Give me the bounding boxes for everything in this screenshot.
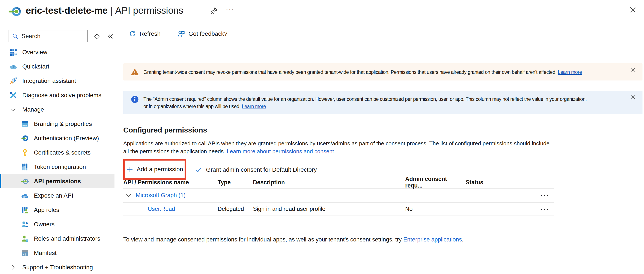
sidebar-item-integration-assistant[interactable]: Integration assistant — [0, 74, 120, 88]
sidebar-group-support-troubleshooting[interactable]: Support + Troubleshooting — [0, 260, 120, 274]
info-close-icon[interactable] — [629, 93, 637, 101]
main-content: Refresh Got feedback? Granting tenant-wi… — [123, 24, 644, 274]
description-cell: Sign in and read user profile — [253, 206, 405, 212]
more-menu-icon[interactable]: ··· — [224, 4, 236, 14]
checkmark-icon — [195, 166, 202, 173]
enterprise-applications-link[interactable]: Enterprise applications — [403, 236, 462, 243]
table-header-row: API / Permissions name Type Description … — [123, 176, 554, 189]
add-permission-button[interactable]: Add a permission — [126, 166, 183, 173]
sidebar-item-api-permissions[interactable]: API permissions — [0, 174, 114, 188]
tools-icon — [10, 91, 17, 99]
sidebar-nav: Overview Quickstart Integration assi — [0, 45, 120, 274]
sidebar-item-label: Integration assistant — [22, 78, 76, 84]
chevron-down-icon[interactable] — [126, 192, 132, 199]
warning-icon — [130, 68, 139, 76]
page-title: eric-test-delete-me|API permissions — [26, 5, 183, 16]
plus-icon — [126, 166, 133, 173]
authentication-icon — [21, 135, 29, 142]
sidebar-item-expose-an-api[interactable]: Expose an API — [0, 188, 120, 203]
sidebar-item-label: Roles and administrators — [34, 235, 100, 242]
footer-text-after: . — [462, 236, 464, 243]
permissions-description: Applications are authorized to call APIs… — [123, 139, 550, 155]
info-learn-more-link[interactable]: Learn more — [242, 104, 266, 109]
sidebar-group-manage[interactable]: Manage — [0, 102, 120, 117]
warning-message: Granting tenant-wide consent may revoke … — [144, 69, 556, 75]
sidebar-item-branding-properties[interactable]: www Branding & properties — [0, 117, 120, 131]
sidebar-item-label: Owners — [34, 221, 54, 228]
sidebar-item-label: Diagnose and solve problems — [22, 92, 102, 99]
grant-admin-consent-button[interactable]: Grant admin consent for Default Director… — [195, 163, 317, 176]
feedback-button[interactable]: Got feedback? — [177, 30, 228, 38]
feedback-icon — [177, 30, 185, 38]
sidebar-item-label: Expose an API — [34, 192, 73, 199]
sidebar-item-overview[interactable]: Overview — [0, 45, 120, 59]
sidebar-item-diagnose[interactable]: Diagnose and solve problems — [0, 88, 120, 102]
overview-icon — [10, 48, 17, 56]
sidebar: Search Overview — [0, 24, 120, 274]
more-menu-dots: ··· — [226, 5, 234, 13]
permissions-consent-link[interactable]: Learn more about permissions and consent — [227, 148, 334, 154]
sidebar-item-certificates-secrets[interactable]: Certificates & secrets — [0, 145, 120, 160]
svg-text:{}: {} — [23, 253, 26, 256]
microsoft-graph-link[interactable]: Microsoft Graph (1) — [136, 192, 186, 199]
warning-learn-more-link[interactable]: Learn more — [558, 69, 582, 75]
type-cell: Delegated — [218, 206, 253, 212]
status-cell: ··· — [466, 207, 554, 211]
chevron-down-icon — [10, 106, 16, 113]
sidebar-item-token-configuration[interactable]: Token configuration — [0, 160, 120, 174]
permission-name-cell: User.Read — [123, 206, 218, 212]
warning-close-icon[interactable] — [629, 66, 637, 74]
owners-icon — [21, 221, 29, 228]
sidebar-item-label: Branding & properties — [34, 121, 92, 127]
column-header-type: Type — [218, 179, 253, 186]
app-roles-icon — [21, 206, 29, 214]
manifest-icon: {} — [21, 249, 29, 257]
reorder-icon[interactable] — [92, 32, 101, 40]
rocket-icon — [10, 77, 17, 85]
refresh-button[interactable]: Refresh — [129, 30, 160, 37]
sidebar-item-manifest[interactable]: {} Manifest — [0, 246, 120, 260]
sidebar-item-label: Overview — [22, 49, 48, 56]
chevron-right-icon — [10, 264, 16, 271]
search-input[interactable]: Search — [8, 30, 88, 42]
sidebar-item-roles-administrators[interactable]: Roles and administrators — [0, 231, 120, 246]
close-icon[interactable] — [628, 5, 638, 15]
description-line1: Applications are authorized to call APIs… — [123, 139, 550, 147]
sidebar-item-label: Quickstart — [22, 63, 49, 70]
sidebar-item-label: App roles — [34, 207, 59, 213]
key-icon — [21, 149, 29, 156]
api-permissions-icon — [21, 177, 29, 185]
sidebar-item-owners[interactable]: Owners — [0, 217, 120, 231]
sidebar-group-label: Manage — [22, 106, 44, 113]
feedback-label: Got feedback? — [188, 30, 228, 37]
search-icon — [12, 33, 18, 39]
sidebar-item-authentication[interactable]: Authentication (Preview) — [0, 131, 120, 145]
group-name-cell: Microsoft Graph (1) — [123, 192, 218, 199]
info-message-line2: or in organizations where this app will … — [144, 104, 240, 109]
row-menu-icon[interactable]: ··· — [540, 207, 554, 211]
configured-permissions-heading: Configured permissions — [123, 126, 207, 134]
info-text: The "Admin consent required" column show… — [144, 96, 628, 110]
description-line2: all the permissions the application need… — [123, 147, 550, 155]
info-icon — [130, 95, 139, 104]
roles-admin-icon — [21, 235, 29, 243]
app-name: eric-test-delete-me — [26, 5, 108, 16]
sidebar-item-quickstart[interactable]: Quickstart — [0, 59, 120, 74]
svg-text:www: www — [22, 124, 27, 127]
collapse-menu-icon[interactable] — [106, 32, 114, 40]
footer-text-before: To view and manage consented permissions… — [123, 236, 403, 243]
sidebar-item-label: Token configuration — [34, 163, 86, 170]
add-permission-label: Add a permission — [137, 166, 183, 173]
table-row-microsoft-graph: Microsoft Graph (1) ··· — [123, 189, 554, 202]
row-menu-icon[interactable]: ··· — [540, 193, 554, 198]
app-registration-icon — [8, 5, 22, 18]
user-read-link[interactable]: User.Read — [148, 206, 175, 212]
cloud-gear-icon — [21, 192, 29, 199]
sidebar-item-app-roles[interactable]: App roles — [0, 203, 120, 217]
sidebar-group-label: Support + Troubleshooting — [22, 264, 93, 271]
pin-icon[interactable] — [209, 6, 219, 16]
sidebar-item-label: Authentication (Preview) — [34, 135, 99, 142]
warning-text: Granting tenant-wide consent may revoke … — [144, 68, 628, 76]
admin-consent-cell: No — [405, 206, 466, 212]
title-separator: | — [110, 5, 112, 16]
